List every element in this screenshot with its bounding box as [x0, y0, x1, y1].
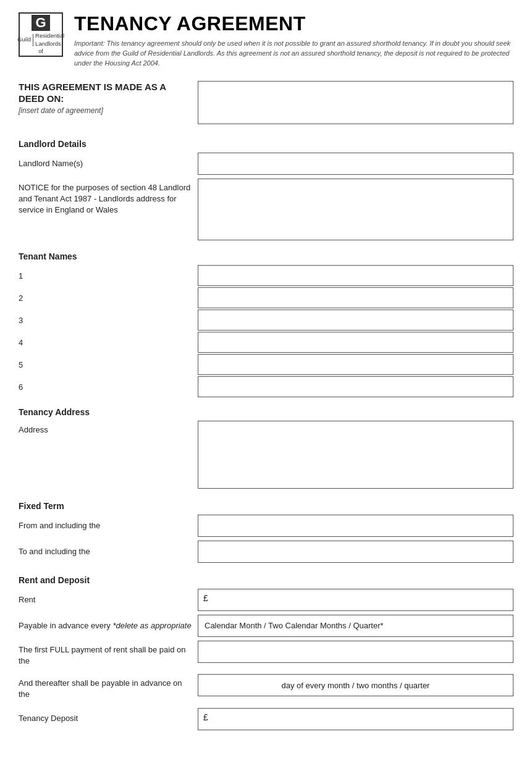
tenant-row-6: 6 — [19, 376, 513, 398]
fixed-term-from-row: From and including the — [19, 515, 513, 537]
tenant-row-5: 5 — [19, 354, 513, 376]
tenant-input-3[interactable] — [198, 310, 513, 331]
tenant-input-2[interactable] — [198, 287, 513, 308]
landlord-name-input-col — [198, 153, 513, 175]
landlord-notice-label: NOTICE for the purposes of section 48 La… — [19, 182, 192, 216]
main-content: THIS AGREEMENT IS MADE AS A DEED ON: [in… — [19, 81, 513, 734]
first-payment-input[interactable] — [198, 641, 513, 663]
rent-input-col: £ — [198, 589, 513, 611]
payable-value: Calendar Month / Two Calendar Months / Q… — [205, 621, 384, 630]
section-fixed-term-header: Fixed Term — [19, 501, 513, 511]
first-payment-label-col: The first FULL payment of rent shall be … — [19, 641, 198, 670]
payable-label-italic: *delete as appropriate — [112, 621, 191, 630]
tenant-num-5: 5 — [19, 359, 198, 371]
deposit-prefix: £ — [203, 712, 208, 722]
deposit-label-col: Tenancy Deposit — [19, 708, 198, 730]
agreement-date-input-col — [198, 81, 513, 124]
agreement-date-input[interactable] — [198, 81, 513, 124]
logo-letter: G — [32, 15, 50, 31]
section-rent-deposit-header: Rent and Deposit — [19, 575, 513, 585]
logo-text-landlords: Landlords — [35, 40, 64, 48]
rent-prefix: £ — [203, 593, 208, 603]
fixed-term-to-row: To and including the — [19, 541, 513, 563]
landlord-name-input[interactable] — [198, 153, 513, 175]
tenant-input-6[interactable] — [198, 376, 513, 397]
page-header: G Guild Residential Landlords of TENANCY… — [19, 12, 513, 69]
fixed-term-to-label: To and including the — [19, 546, 90, 557]
deposit-row: Tenancy Deposit £ — [19, 708, 513, 730]
first-payment-row: The first FULL payment of rent shall be … — [19, 641, 513, 670]
landlord-name-label: Landlord Name(s) — [19, 158, 83, 169]
logo-text-residential: Residential — [35, 32, 64, 40]
fixed-term-from-label-col: From and including the — [19, 515, 198, 537]
tenant-row-4: 4 — [19, 332, 513, 354]
deposit-input[interactable]: £ — [198, 708, 513, 730]
payable-label: Payable in advance every *delete as appr… — [19, 620, 192, 631]
fixed-term-from-label: From and including the — [19, 520, 100, 531]
tenant-input-4[interactable] — [198, 332, 513, 353]
rent-input[interactable]: £ — [198, 589, 513, 611]
tenant-input-1[interactable] — [198, 265, 513, 286]
logo-divider — [33, 34, 33, 46]
fixed-term-to-input[interactable] — [198, 541, 513, 563]
page-title: TENANCY AGREEMENT — [74, 12, 513, 35]
landlord-name-row: Landlord Name(s) — [19, 153, 513, 175]
thereafter-input[interactable]: day of every month / two months / quarte… — [198, 674, 513, 696]
landlord-notice-row: NOTICE for the purposes of section 48 La… — [19, 179, 513, 240]
subtitle-text: Important: This tenancy agreement should… — [74, 39, 513, 69]
address-label: Address — [19, 424, 48, 436]
tenant-row-2: 2 — [19, 287, 513, 310]
agreement-sublabel: [insert date of agreement] — [19, 106, 192, 115]
rent-label-col: Rent — [19, 589, 198, 611]
tenant-row-1: 1 — [19, 265, 513, 287]
tenant-rows: 1 2 3 4 5 6 — [19, 265, 513, 398]
rent-row: Rent £ — [19, 589, 513, 611]
agreement-deed-row: THIS AGREEMENT IS MADE AS A DEED ON: [in… — [19, 81, 513, 124]
landlord-notice-input[interactable] — [198, 179, 513, 240]
title-block: TENANCY AGREEMENT Important: This tenanc… — [74, 12, 513, 69]
tenant-num-6: 6 — [19, 381, 198, 393]
logo: G Guild Residential Landlords of — [19, 12, 63, 57]
tenant-row-3: 3 — [19, 310, 513, 332]
tenant-num-3: 3 — [19, 314, 198, 326]
payable-label-col: Payable in advance every *delete as appr… — [19, 615, 198, 637]
fixed-term-to-label-col: To and including the — [19, 541, 198, 563]
tenant-num-2: 2 — [19, 292, 198, 304]
section-landlord-header: Landlord Details — [19, 139, 513, 149]
payable-input[interactable]: Calendar Month / Two Calendar Months / Q… — [198, 615, 513, 637]
address-input-col — [198, 421, 513, 489]
thereafter-label-col: And thereafter shall be payable in advan… — [19, 674, 198, 704]
address-label-col: Address — [19, 421, 198, 489]
deposit-input-col: £ — [198, 708, 513, 730]
tenant-num-1: 1 — [19, 270, 198, 282]
agreement-label-col: THIS AGREEMENT IS MADE AS A DEED ON: [in… — [19, 81, 198, 115]
fixed-term-from-input[interactable] — [198, 515, 513, 537]
address-input[interactable] — [198, 421, 513, 489]
fixed-term-from-input-col — [198, 515, 513, 537]
section-tenants-header: Tenant Names — [19, 251, 513, 261]
thereafter-label: And thereafter shall be payable in advan… — [19, 678, 192, 700]
deposit-label: Tenancy Deposit — [19, 713, 78, 724]
logo-of: of — [38, 48, 43, 54]
thereafter-value: day of every month / two months / quarte… — [282, 681, 430, 690]
thereafter-row: And thereafter shall be payable in advan… — [19, 674, 513, 704]
section-address-header: Tenancy Address — [19, 407, 513, 417]
thereafter-input-col: day of every month / two months / quarte… — [198, 674, 513, 704]
agreement-label: THIS AGREEMENT IS MADE AS A DEED ON: — [19, 81, 192, 105]
address-row: Address — [19, 421, 513, 489]
tenant-num-4: 4 — [19, 337, 198, 348]
logo-text-guild: Guild — [17, 36, 31, 43]
first-payment-label: The first FULL payment of rent shall be … — [19, 644, 192, 667]
landlord-notice-label-col: NOTICE for the purposes of section 48 La… — [19, 179, 198, 240]
landlord-name-label-col: Landlord Name(s) — [19, 153, 198, 175]
rent-label: Rent — [19, 594, 35, 605]
tenant-input-5[interactable] — [198, 354, 513, 375]
payable-input-col: Calendar Month / Two Calendar Months / Q… — [198, 615, 513, 637]
fixed-term-to-input-col — [198, 541, 513, 563]
landlord-notice-input-col — [198, 179, 513, 240]
payable-row: Payable in advance every *delete as appr… — [19, 615, 513, 637]
first-payment-input-col — [198, 641, 513, 670]
